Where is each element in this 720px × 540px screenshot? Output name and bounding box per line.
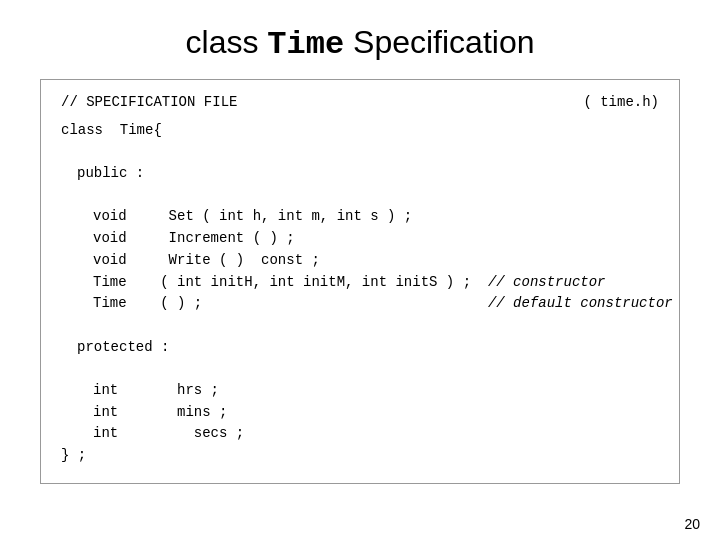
- code-box: // SPECIFICATION FILE ( time.h) class Ti…: [40, 79, 680, 484]
- code-line-class: class Time{: [61, 120, 659, 142]
- code-line-set: void Set ( int h, int m, int s ) ;: [61, 206, 659, 228]
- code-line-public: public :: [61, 163, 659, 185]
- title-code: Time: [267, 26, 344, 63]
- code-line-hrs: int hrs ;: [61, 380, 659, 402]
- title-suffix: Specification: [344, 24, 534, 60]
- box-header: // SPECIFICATION FILE ( time.h): [61, 92, 659, 114]
- page-title: class Time Specification: [0, 0, 720, 79]
- page-number: 20: [684, 516, 700, 532]
- code-line-increment: void Increment ( ) ;: [61, 228, 659, 250]
- code-line-write: void Write ( ) const ;: [61, 250, 659, 272]
- code-line-secs: int secs ;: [61, 423, 659, 445]
- filename-label: ( time.h): [583, 92, 659, 114]
- spec-file-label: // SPECIFICATION FILE: [61, 92, 237, 114]
- code-line-protected: protected :: [61, 337, 659, 359]
- code-line-close: } ;: [61, 445, 659, 467]
- code-line-mins: int mins ;: [61, 402, 659, 424]
- code-line-time-constructor: Time ( int initH, int initM, int initS )…: [61, 272, 659, 294]
- code-line-time-default: Time ( ) ; // default constructor: [61, 293, 659, 315]
- title-prefix: class: [186, 24, 268, 60]
